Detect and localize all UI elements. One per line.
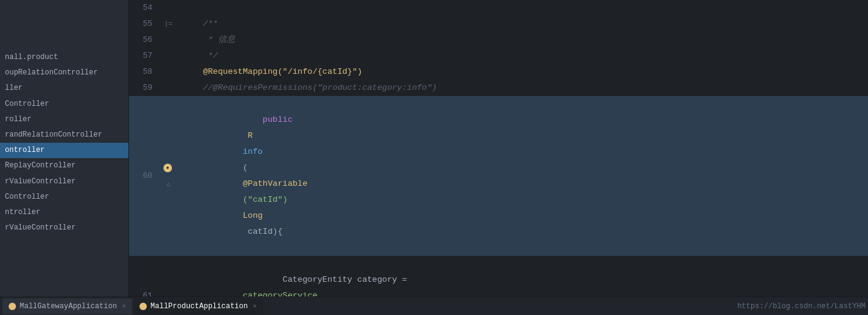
gutter-arrow-icon: △ [166,180,171,188]
sidebar-item-all-product[interactable]: nall.product [0,2,128,65]
code-table: 54 55 |= /** 56 * 信息 [129,0,868,297]
tab-product-icon [139,303,147,310]
line-number: 57 [129,48,160,64]
function-info: info [243,147,262,156]
table-row: 61 CategoryEntity category = categorySer… [129,256,868,297]
sidebar-item-replay[interactable]: ReplayController [0,158,128,173]
service-name: categoryService [243,291,318,297]
tab-product-close-icon[interactable]: × [252,303,257,310]
type-r: R [243,131,257,140]
main-area: nall.product oupRelationController ller … [0,0,868,297]
param-catid: catId){ [243,227,283,236]
code-line: //@RequiresPermissions("product:category… [177,80,868,96]
line-gutter [160,256,177,297]
line-gutter [160,48,177,64]
tab-gateway-close-icon[interactable]: × [122,303,126,310]
line-number: 55 [129,16,160,32]
sidebar-item-oup[interactable]: oupRelationController [0,65,128,81]
line-gutter [160,64,177,80]
sidebar-item-roller[interactable]: roller [0,112,128,127]
line-number: 54 [129,0,160,16]
sidebar-item-ller[interactable]: ller [0,81,128,96]
table-row: 58 @RequestMapping("/info/{catId}") [129,64,868,80]
code-line: * 信息 [177,32,868,48]
table-row: 54 [129,0,868,16]
code-line: CategoryEntity category = categoryServic… [177,256,868,297]
code-content: 54 55 |= /** 56 * 信息 [129,0,868,297]
line-number: 59 [129,80,160,96]
code-text: CategoryEntity category = [243,275,412,284]
code-line: /** [177,16,868,32]
line-number: 61 [129,256,160,297]
code-line: @RequestMapping("/info/{catId}") [177,64,868,80]
status-url: https://blog.csdn.net/LastYHM [737,302,866,311]
gutter-equals-icon: |= [164,20,172,28]
tab-gateway[interactable]: MallGatewayApplication × [2,298,132,314]
tab-product-label: MallProductApplication [151,302,248,311]
table-row: 59 //@RequiresPermissions("product:categ… [129,80,868,96]
tab-gateway-icon [9,303,16,310]
sidebar-item-rvalue2[interactable]: rValueController [0,220,128,236]
sidebar-item-controller2[interactable]: Controller [0,189,128,205]
line-gutter: ● △ [160,96,177,256]
keyword-public: public [243,115,292,124]
annotation-text: @RequestMapping("/info/{catId}") [183,67,362,76]
debug-breakpoint-icon: ● [163,164,172,172]
line-gutter: |= [160,16,177,32]
comment-text: */ [183,51,218,60]
operator-paren: ( [243,163,248,172]
type-long: Long [243,211,262,220]
sidebar-item-rvalue[interactable]: rValueController [0,174,128,189]
line-gutter [160,0,177,16]
table-row: 60 ● △ public R info ( @PathVariable ("c… [129,96,868,256]
table-row: 57 */ [129,48,868,64]
string-catid: ("catId") [243,195,292,204]
table-row: 56 * 信息 [129,32,868,48]
comment-text: /** [183,19,218,28]
sidebar-item-ntroller[interactable]: ntroller [0,205,128,220]
code-line: public R info ( @PathVariable ("catId") … [177,96,868,256]
line-number: 58 [129,64,160,80]
sidebar-item-brand-relation[interactable]: randRelationController [0,127,128,143]
comment-text: //@RequiresPermissions("product:category… [183,83,437,92]
line-number: 60 [129,96,160,256]
sidebar-item-ontroller[interactable]: ontroller [0,143,128,158]
bottom-tabs: MallGatewayApplication × MallProductAppl… [0,297,868,315]
tab-product[interactable]: MallProductApplication × [133,298,263,314]
table-row: 55 |= /** [129,16,868,32]
annotation-pathvar: @PathVariable [243,179,307,188]
sidebar-item-controller1[interactable]: Controller [0,97,128,112]
code-line: */ [177,48,868,64]
sidebar: nall.product oupRelationController ller … [0,0,129,297]
tab-gateway-label: MallGatewayApplication [20,302,117,311]
code-editor: 54 55 |= /** 56 * 信息 [129,0,868,297]
comment-text: * 信息 [183,35,235,44]
code-line [177,0,868,16]
line-gutter [160,32,177,48]
line-gutter [160,80,177,96]
line-number: 56 [129,32,160,48]
